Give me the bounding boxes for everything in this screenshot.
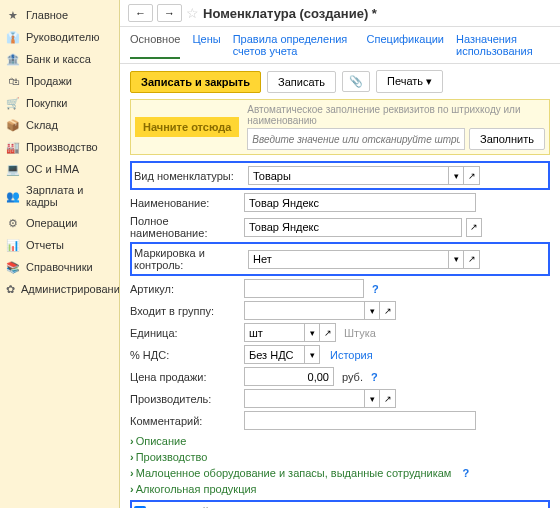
save-button[interactable]: Записать xyxy=(267,71,336,93)
group-select[interactable] xyxy=(244,301,364,320)
group-dropdown[interactable]: ▾ xyxy=(364,301,380,320)
fullname-open[interactable]: ↗ xyxy=(466,218,482,237)
tab[interactable]: Цены xyxy=(192,31,220,59)
sidebar-item[interactable]: 🛒Покупки xyxy=(0,92,119,114)
vat-dropdown[interactable]: ▾ xyxy=(304,345,320,364)
sidebar-label: Склад xyxy=(26,119,58,131)
sidebar-label: Администрирование xyxy=(21,283,120,295)
tab[interactable]: Спецификации xyxy=(367,31,444,59)
art-label: Артикул: xyxy=(130,283,240,295)
sidebar-label: Зарплата и кадры xyxy=(26,184,113,208)
start-here: Начните отсюда Автоматическое заполнение… xyxy=(130,99,550,155)
type-select[interactable] xyxy=(248,166,448,185)
price-label: Цена продажи: xyxy=(130,371,240,383)
unit-label: Единица: xyxy=(130,327,240,339)
star-icon[interactable]: ☆ xyxy=(186,5,199,21)
sidebar-icon: ⚙ xyxy=(6,216,20,230)
type-open[interactable]: ↗ xyxy=(464,166,480,185)
fullname-input[interactable] xyxy=(244,218,462,237)
sidebar-label: ОС и НМА xyxy=(26,163,79,175)
price-input[interactable] xyxy=(244,367,334,386)
unit-hint: Штука xyxy=(344,327,376,339)
sidebar-icon: 🛒 xyxy=(6,96,20,110)
group-open[interactable]: ↗ xyxy=(380,301,396,320)
toolbar: ← → ☆ Номенклатура (создание) * xyxy=(120,0,560,27)
sidebar-item[interactable]: 👔Руководителю xyxy=(0,26,119,48)
type-dropdown[interactable]: ▾ xyxy=(448,166,464,185)
comment-label: Комментарий: xyxy=(130,415,240,427)
sidebar-item[interactable]: 🏦Банк и касса xyxy=(0,48,119,70)
help-icon[interactable]: ? xyxy=(462,467,469,479)
back-button[interactable]: ← xyxy=(128,4,153,22)
sidebar-label: Покупки xyxy=(26,97,67,109)
vat-select[interactable] xyxy=(244,345,304,364)
mark-dropdown[interactable]: ▾ xyxy=(448,250,464,269)
start-label: Начните отсюда xyxy=(135,117,239,137)
sidebar-icon: 📊 xyxy=(6,238,20,252)
attach-button[interactable]: 📎 xyxy=(342,71,370,92)
fill-button[interactable]: Заполнить xyxy=(469,128,545,150)
sidebar-icon: 👥 xyxy=(6,189,20,203)
print-button[interactable]: Печать ▾ xyxy=(376,70,443,93)
mfr-dropdown[interactable]: ▾ xyxy=(364,389,380,408)
save-close-button[interactable]: Записать и закрыть xyxy=(130,71,261,93)
expand-alcohol[interactable]: Алкогольная продукция xyxy=(130,481,550,497)
sidebar-item[interactable]: 👥Зарплата и кадры xyxy=(0,180,119,212)
mark-box: Маркировка и контроль: ▾ ↗ xyxy=(130,242,550,276)
expand-lowvalue[interactable]: Малоценное оборудование и запасы, выданн… xyxy=(130,465,550,481)
sidebar-label: Операции xyxy=(26,217,77,229)
comment-input[interactable] xyxy=(244,411,476,430)
sidebar-item[interactable]: 🏭Производство xyxy=(0,136,119,158)
sidebar-item[interactable]: 📚Справочники xyxy=(0,256,119,278)
expand-production[interactable]: Производство xyxy=(130,449,550,465)
sidebar: ★Главное👔Руководителю🏦Банк и касса🛍Прода… xyxy=(0,0,120,508)
mfr-select[interactable] xyxy=(244,389,364,408)
history-link[interactable]: История xyxy=(330,349,373,361)
mark-open[interactable]: ↗ xyxy=(464,250,480,269)
sidebar-icon: ✿ xyxy=(6,282,15,296)
sidebar-item[interactable]: ★Главное xyxy=(0,4,119,26)
sidebar-label: Справочники xyxy=(26,261,93,273)
sidebar-item[interactable]: 📦Склад xyxy=(0,114,119,136)
sidebar-item[interactable]: 🛍Продажи xyxy=(0,70,119,92)
sidebar-icon: 🏦 xyxy=(6,52,20,66)
mfr-label: Производитель: xyxy=(130,393,240,405)
art-input[interactable] xyxy=(244,279,364,298)
help-icon[interactable]: ? xyxy=(372,283,379,295)
sidebar-item[interactable]: 💻ОС и НМА xyxy=(0,158,119,180)
sidebar-item[interactable]: ⚙Операции xyxy=(0,212,119,234)
name-label: Наименование: xyxy=(130,197,240,209)
group-label: Входит в группу: xyxy=(130,305,240,317)
sidebar-label: Продажи xyxy=(26,75,72,87)
sidebar-icon: ★ xyxy=(6,8,20,22)
type-label: Вид номенклатуры: xyxy=(134,170,244,182)
mark-select[interactable] xyxy=(248,250,448,269)
unit-dropdown[interactable]: ▾ xyxy=(304,323,320,342)
mfr-open[interactable]: ↗ xyxy=(380,389,396,408)
sidebar-item[interactable]: 📊Отчеты xyxy=(0,234,119,256)
sidebar-icon: 🛍 xyxy=(6,74,20,88)
help-icon[interactable]: ? xyxy=(371,371,378,383)
type-box: Вид номенклатуры: ▾ ↗ xyxy=(130,161,550,190)
fullname-label: Полное наименование: xyxy=(130,215,240,239)
name-input[interactable] xyxy=(244,193,476,212)
sidebar-label: Банк и касса xyxy=(26,53,91,65)
tab[interactable]: Основное xyxy=(130,31,180,59)
expand-description[interactable]: Описание xyxy=(130,433,550,449)
sidebar-icon: 🏭 xyxy=(6,140,20,154)
tab[interactable]: Назначения использования xyxy=(456,31,550,59)
import-box: Импортный товар Страна происхождения: ▾ … xyxy=(130,500,550,508)
barcode-input[interactable] xyxy=(247,128,465,150)
main: ← → ☆ Номенклатура (создание) * Основное… xyxy=(120,0,560,508)
sidebar-icon: 💻 xyxy=(6,162,20,176)
page-title: Номенклатура (создание) * xyxy=(203,6,377,21)
forward-button[interactable]: → xyxy=(157,4,182,22)
tab[interactable]: Правила определения счетов учета xyxy=(233,31,355,59)
action-bar: Записать и закрыть Записать 📎 Печать ▾ xyxy=(120,64,560,99)
unit-select[interactable] xyxy=(244,323,304,342)
sidebar-item[interactable]: ✿Администрирование xyxy=(0,278,119,300)
unit-open[interactable]: ↗ xyxy=(320,323,336,342)
sidebar-label: Отчеты xyxy=(26,239,64,251)
content: Начните отсюда Автоматическое заполнение… xyxy=(120,99,560,508)
sidebar-label: Главное xyxy=(26,9,68,21)
